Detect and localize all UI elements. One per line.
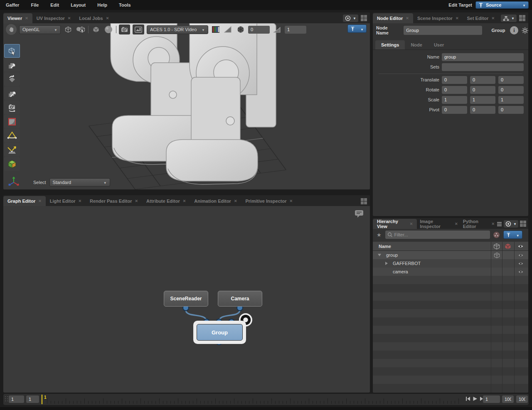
end-frame-field[interactable] (516, 395, 528, 403)
bookmark-star-icon[interactable]: ★ (377, 232, 382, 238)
close-icon[interactable] (290, 199, 293, 203)
tab-local-jobs[interactable]: Local Jobs (75, 13, 113, 23)
inclusions-cube-icon[interactable] (493, 243, 500, 250)
playhead[interactable] (42, 395, 42, 404)
visibility-eye-icon[interactable] (518, 253, 524, 258)
layout-grid-icon[interactable] (361, 198, 367, 205)
shaded-sphere-icon[interactable] (103, 25, 113, 34)
node-scenereader[interactable]: SceneReader (164, 291, 208, 307)
close-icon[interactable] (410, 222, 413, 226)
skip-start-icon[interactable] (466, 396, 470, 401)
tab-primitive-inspector[interactable]: Primitive Inspector (241, 196, 297, 206)
tab-set-editor[interactable]: Set Editor (463, 13, 499, 23)
menu-help[interactable]: Help (91, 2, 113, 7)
close-icon[interactable] (38, 199, 42, 203)
translate-y-field[interactable] (470, 76, 495, 84)
exposure-icon[interactable] (223, 25, 233, 34)
display-transform-dropdown[interactable]: ACES 1.0 - SDR Video (147, 25, 208, 34)
tab-graph-editor[interactable]: Graph Editor (3, 196, 46, 206)
filter-search-field[interactable] (385, 231, 490, 239)
edit-target-dropdown[interactable]: Source (475, 1, 529, 9)
select-mode-dropdown[interactable]: Standard (49, 178, 110, 187)
tab-scene-inspector[interactable]: Scene Inspector (413, 13, 463, 23)
play-icon[interactable] (473, 396, 478, 401)
scale-z-field[interactable] (498, 96, 524, 104)
exclusions-cube-icon[interactable] (505, 243, 511, 250)
rotate-y-field[interactable] (470, 86, 495, 94)
pivot-x-field[interactable] (442, 106, 467, 114)
range-start-field[interactable] (483, 395, 500, 403)
hierarchy-row-gafferbot[interactable]: GAFFERBOT (373, 259, 528, 268)
renderer-dropdown[interactable]: OpenGL (19, 25, 61, 34)
camera-settings-button[interactable] (119, 25, 130, 34)
timeline-current-field[interactable] (26, 395, 39, 403)
panel-focus-menu-button[interactable] (343, 15, 358, 22)
node-group[interactable]: Group (197, 324, 243, 341)
subtab-settings[interactable]: Settings (375, 40, 405, 49)
close-icon[interactable] (183, 199, 186, 203)
close-icon[interactable] (456, 16, 459, 20)
tab-uv-inspector[interactable]: UV Inspector (32, 13, 75, 23)
info-icon[interactable]: i (510, 26, 518, 34)
rotate-x-field[interactable] (442, 86, 467, 94)
solid-shading-icon[interactable] (91, 25, 101, 34)
tab-image-inspector[interactable]: Image Inspector (417, 219, 461, 229)
close-icon[interactable] (491, 16, 495, 20)
viewport[interactable]: OpenGL (3, 23, 370, 189)
close-icon[interactable] (492, 222, 495, 226)
rotate-tool-button[interactable] (4, 72, 20, 86)
node-camera[interactable]: Camera (218, 291, 262, 307)
filter-input[interactable] (394, 232, 490, 237)
tab-attribute-editor[interactable]: Attribute Editor (142, 196, 190, 206)
menu-tools[interactable]: Tools (113, 2, 137, 7)
display-options-button[interactable] (133, 25, 144, 34)
inclusions-cube-icon[interactable] (494, 252, 500, 258)
exposure-field[interactable] (248, 26, 270, 34)
translate-z-field[interactable] (498, 76, 524, 84)
crop-window-tool-button[interactable] (4, 115, 20, 128)
tab-python-editor[interactable]: Python Editor (461, 219, 497, 229)
pan-tool-button[interactable] (6, 24, 17, 35)
set-filter-icon[interactable] (493, 231, 500, 238)
layout-grid-icon[interactable] (520, 221, 527, 227)
expander-right-icon[interactable] (385, 262, 388, 265)
close-icon[interactable] (135, 199, 138, 203)
tab-node-editor[interactable]: Node Editor (373, 13, 413, 23)
visibility-eye-icon[interactable] (517, 244, 524, 249)
rgb-channels-icon[interactable] (211, 25, 221, 34)
close-icon[interactable] (79, 199, 82, 203)
close-icon[interactable] (455, 222, 458, 226)
translate-tool-button[interactable] (4, 58, 20, 72)
node-name-field[interactable] (404, 26, 482, 35)
menu-gaffer[interactable]: Gaffer (0, 2, 25, 7)
menu-edit[interactable]: Edit (44, 2, 65, 7)
graph-canvas[interactable]: SceneReader Camera Group (3, 206, 370, 393)
layout-grid-icon[interactable] (361, 15, 367, 22)
gear-icon[interactable] (522, 27, 528, 34)
name-column-header[interactable]: Name (379, 244, 391, 249)
name-field[interactable] (442, 53, 524, 61)
menu-file[interactable]: File (25, 2, 44, 7)
translate-x-field[interactable] (442, 76, 467, 84)
viewer-pin-dropdown[interactable] (347, 25, 367, 33)
range-end-field[interactable] (502, 395, 514, 403)
tab-light-editor[interactable]: Light Editor (46, 196, 86, 206)
scale-tool-button[interactable] (4, 86, 20, 100)
panel-focus-menu-button[interactable] (504, 220, 518, 228)
menu-layout[interactable]: Layout (65, 2, 91, 7)
menu-lines-icon[interactable] (497, 222, 502, 226)
subtab-node[interactable]: Node (405, 40, 428, 49)
visualiser-tool-button[interactable] (4, 157, 20, 171)
tab-render-pass-editor[interactable]: Render Pass Editor (86, 196, 142, 206)
expander-down-icon[interactable] (378, 254, 381, 256)
subtab-user[interactable]: User (428, 40, 450, 49)
rotate-z-field[interactable] (498, 86, 524, 94)
tab-viewer[interactable]: Viewer (3, 13, 32, 23)
sets-field[interactable] (442, 63, 524, 71)
close-icon[interactable] (406, 16, 409, 20)
close-icon[interactable] (25, 16, 28, 20)
visibility-eye-icon[interactable] (518, 261, 524, 266)
timeline-grip[interactable] (5, 396, 8, 401)
scale-y-field[interactable] (470, 96, 495, 104)
hierarchy-pin-dropdown[interactable] (503, 231, 522, 239)
